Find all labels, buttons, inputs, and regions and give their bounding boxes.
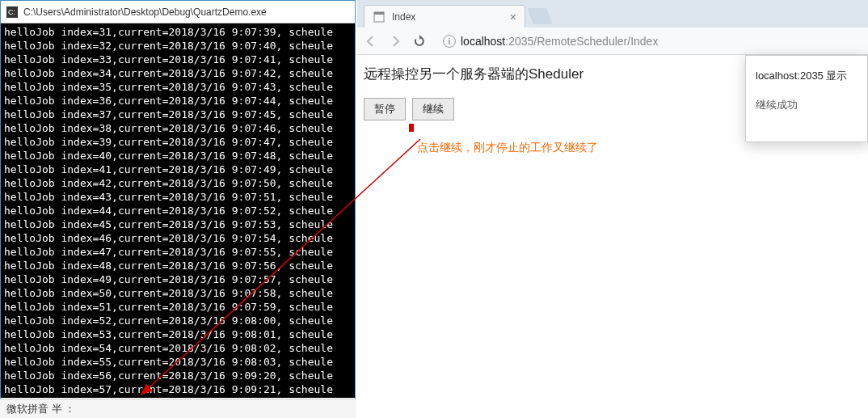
console-line: helloJob index=36,current=2018/3/16 9:07… [4, 94, 352, 108]
url-path: :2035/RemoteScheduler/Index [505, 35, 658, 48]
console-line: helloJob index=58,current=2018/3/16 9:09… [4, 396, 352, 398]
ime-status-bar: 微软拼音 半 ： [0, 399, 356, 418]
tab-title: Index [392, 11, 504, 23]
console-line: helloJob index=57,current=2018/3/16 9:09… [4, 382, 352, 396]
console-line: helloJob index=52,current=2018/3/16 9:08… [4, 314, 352, 327]
console-line: helloJob index=54,current=2018/3/16 9:08… [4, 341, 352, 355]
svg-rect-3 [374, 12, 384, 15]
console-title-text: C:\Users\Administrator\Desktop\Debug\Qua… [23, 6, 267, 18]
console-line: helloJob index=46,current=2018/3/16 9:07… [4, 231, 352, 245]
close-icon[interactable]: × [510, 11, 516, 23]
console-line: helloJob index=43,current=2018/3/16 9:07… [4, 190, 352, 204]
console-output[interactable]: helloJob index=31,current=2018/3/16 9:07… [1, 23, 355, 398]
console-line: helloJob index=51,current=2018/3/16 9:07… [4, 300, 352, 314]
url-bar[interactable]: i localhost:2035/RemoteScheduler/Index [436, 30, 862, 53]
back-icon[interactable] [364, 34, 378, 49]
console-line: helloJob index=33,current=2018/3/16 9:07… [4, 53, 352, 66]
console-line: helloJob index=49,current=2018/3/16 9:07… [4, 272, 352, 286]
annotation-text: 点击继续，刚才停止的工作又继续了 [417, 141, 598, 155]
console-line: helloJob index=39,current=2018/3/16 9:07… [4, 135, 352, 149]
console-line: helloJob index=35,current=2018/3/16 9:07… [4, 80, 352, 94]
console-line: helloJob index=32,current=2018/3/16 9:07… [4, 39, 352, 53]
console-line: helloJob index=31,current=2018/3/16 9:07… [4, 25, 352, 39]
url-host: localhost [461, 35, 505, 48]
info-icon[interactable]: i [443, 35, 456, 48]
pause-button[interactable]: 暂停 [364, 98, 406, 120]
console-line: helloJob index=47,current=2018/3/16 9:07… [4, 245, 352, 259]
console-window: C: C:\Users\Administrator\Desktop\Debug\… [0, 0, 356, 418]
dialog-message: 继续成功 [756, 98, 857, 112]
console-line: helloJob index=37,current=2018/3/16 9:07… [4, 108, 352, 121]
console-line: helloJob index=45,current=2018/3/16 9:07… [4, 217, 352, 231]
text-cursor [409, 124, 414, 132]
browser-tab[interactable]: Index × [364, 5, 525, 27]
console-line: helloJob index=42,current=2018/3/16 9:07… [4, 176, 352, 190]
new-tab-button[interactable] [527, 8, 552, 24]
console-titlebar[interactable]: C: C:\Users\Administrator\Desktop\Debug\… [1, 1, 355, 23]
browser-window: Index × i localhost:2035/RemoteScheduler… [357, 0, 868, 418]
ime-text: 微软拼音 半 ： [6, 403, 75, 415]
console-line: helloJob index=56,current=2018/3/16 9:09… [4, 369, 352, 382]
console-line: helloJob index=48,current=2018/3/16 9:07… [4, 259, 352, 272]
dialog-title: localhost:2035 显示 [756, 69, 857, 83]
console-line: helloJob index=34,current=2018/3/16 9:07… [4, 66, 352, 80]
console-line: helloJob index=50,current=2018/3/16 9:07… [4, 286, 352, 300]
console-line: helloJob index=38,current=2018/3/16 9:07… [4, 121, 352, 135]
console-app-icon: C: [6, 6, 19, 19]
alert-dialog: localhost:2035 显示 继续成功 [745, 55, 868, 142]
nav-bar: i localhost:2035/RemoteScheduler/Index [357, 27, 868, 55]
console-line: helloJob index=44,current=2018/3/16 9:07… [4, 204, 352, 217]
console-line: helloJob index=40,current=2018/3/16 9:07… [4, 149, 352, 163]
console-line: helloJob index=55,current=2018/3/16 9:08… [4, 355, 352, 369]
console-line: helloJob index=41,current=2018/3/16 9:07… [4, 163, 352, 176]
tab-strip: Index × [357, 0, 868, 27]
forward-icon[interactable] [388, 34, 402, 49]
reload-icon[interactable] [412, 34, 427, 49]
svg-text:C:: C: [8, 8, 15, 16]
favicon-icon [373, 11, 386, 23]
console-line: helloJob index=53,current=2018/3/16 9:08… [4, 327, 352, 341]
resume-button[interactable]: 继续 [412, 98, 454, 120]
